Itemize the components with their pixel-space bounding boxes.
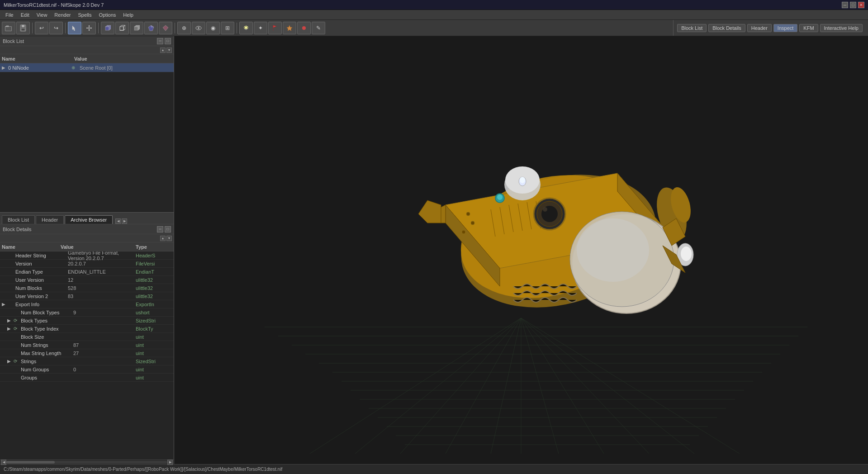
menu-view[interactable]: View [33, 11, 51, 19]
col-name-header: Name [2, 56, 74, 62]
menu-options[interactable]: Options [95, 11, 119, 19]
pin-button[interactable]: ✦ [254, 22, 267, 34]
tab-archive-browser[interactable]: Archive Browser [65, 215, 113, 224]
detail-row-type: ulittle32 [136, 277, 172, 283]
table-row: Header String Gamebryo File Format, Vers… [0, 251, 174, 260]
block-value: Scene Root [0] [80, 65, 172, 71]
block-list-maximize-button[interactable]: □ [165, 38, 171, 44]
svg-point-6 [88, 27, 90, 29]
tabs-bar: Block List Header Archive Browser ◀ ▶ [0, 213, 174, 224]
scroll-up-button[interactable]: ▲ [160, 47, 166, 53]
detail-row-name: Max String Length [21, 351, 73, 356]
detail-row-name: Num Strings [21, 342, 73, 348]
details-scroll-up-button[interactable]: ▲ [160, 236, 166, 241]
block-icon: ⊕ [71, 65, 80, 70]
obj-wire-button[interactable] [115, 22, 129, 34]
table-row[interactable]: ▶ ⟳ Block Types SizedStri [0, 317, 174, 325]
table-row[interactable]: ▶ 0 NiNode ⊕ Scene Root [0] [0, 63, 174, 72]
save-file-button[interactable] [16, 22, 30, 34]
h-scroll-thumb[interactable] [6, 461, 55, 464]
table-row[interactable]: ▶ Export Info ExportIn [0, 300, 174, 308]
table-row[interactable]: ▶ ⟳ Block Type Index BlockTy [0, 325, 174, 333]
expand-icon: ▶ [2, 359, 14, 364]
obj-solid-button[interactable] [130, 22, 143, 34]
detail-row-name: Strings [21, 359, 73, 364]
eye2-button[interactable]: ◉ [206, 22, 220, 34]
viewport[interactable]: Z X Y [174, 36, 868, 464]
detail-row-value: 0 [73, 367, 136, 372]
menu-file[interactable]: File [2, 11, 17, 19]
close-button[interactable]: ✕ [858, 2, 864, 8]
eye-button[interactable] [192, 22, 205, 34]
svg-point-79 [543, 207, 547, 212]
menu-render[interactable]: Render [51, 11, 74, 19]
expand-icon: ▶ [2, 318, 14, 323]
flag-button[interactable] [268, 22, 282, 34]
details-scroll-down-button[interactable]: ▼ [166, 236, 172, 241]
svg-marker-17 [287, 25, 292, 31]
detail-row-icon: ⟳ [14, 326, 21, 331]
move-mode-button[interactable] [82, 22, 96, 34]
tab-block-list[interactable]: Block List [2, 215, 35, 224]
tab-scroll-right[interactable]: ▶ [122, 218, 127, 224]
maximize-button[interactable]: □ [850, 2, 856, 8]
redo-button[interactable]: ↪ [49, 22, 63, 34]
minimize-button[interactable]: ─ [842, 2, 848, 8]
detail-row-name: Endian Type [15, 269, 68, 275]
dot-button[interactable] [297, 22, 311, 34]
nav-header[interactable]: Header [747, 24, 772, 32]
separator-2 [65, 23, 66, 33]
menu-edit[interactable]: Edit [17, 11, 33, 19]
crosshair-button[interactable]: ⊕ [177, 22, 191, 34]
nav-inspect[interactable]: Inspect [773, 24, 797, 32]
detail-row-type: SizedStri [136, 318, 172, 323]
detail-row-type: ushort [136, 310, 172, 315]
scroll-down-button[interactable]: ▼ [166, 47, 172, 53]
table-row[interactable]: ▶ ⟳ Strings SizedStri [0, 357, 174, 365]
obj-cube-button[interactable] [101, 22, 114, 34]
star-button[interactable] [283, 22, 296, 34]
tab-scroll-left[interactable]: ◀ [115, 218, 121, 224]
select-mode-button[interactable] [68, 22, 81, 34]
horizontal-scrollbar[interactable]: ◀ ▶ [0, 460, 174, 464]
detail-row-name: User Version 2 [15, 294, 68, 299]
svg-point-88 [462, 230, 465, 234]
block-details-maximize-button[interactable]: □ [165, 226, 171, 232]
detail-row-type: BlockTy [136, 326, 172, 332]
h-scroll-left-button[interactable]: ◀ [1, 460, 6, 465]
svg-marker-11 [151, 25, 154, 27]
cam-button[interactable]: ⊞ [221, 22, 234, 34]
tab-header[interactable]: Header [36, 215, 64, 224]
svg-point-15 [245, 26, 247, 29]
obj-diamond-button[interactable] [159, 22, 172, 34]
h-scroll-right-button[interactable]: ▶ [167, 460, 173, 465]
svg-rect-7 [105, 27, 109, 30]
detail-row-icon: ⟳ [14, 359, 21, 364]
separator-3 [98, 23, 99, 33]
nav-interactive-help[interactable]: Interactive Help [820, 24, 863, 32]
table-row: Endian Type ENDIAN_LITTLE EndianT [0, 268, 174, 276]
detail-row-value: Gamebryo File Format, Version 20.2.0.7 [68, 250, 136, 261]
nav-block-list[interactable]: Block List [677, 24, 707, 32]
block-details-minimize-button[interactable]: ─ [157, 226, 163, 232]
h-scroll-track[interactable] [6, 461, 167, 464]
menu-spells[interactable]: Spells [74, 11, 95, 19]
block-list-minimize-button[interactable]: ─ [157, 38, 163, 44]
nav-kfm[interactable]: KFM [799, 24, 818, 32]
obj-gem-button[interactable] [144, 22, 158, 34]
undo-button[interactable]: ↩ [35, 22, 48, 34]
detail-row-value: 9 [73, 310, 136, 315]
table-row: User Version 12 ulittle32 [0, 276, 174, 284]
table-row: Groups uint [0, 374, 174, 382]
svg-rect-16 [245, 29, 247, 30]
svg-rect-5 [21, 28, 25, 31]
statusbar: C:/Steam/steamapps/common/Skyrim/Data/me… [0, 464, 868, 474]
menu-help[interactable]: Help [119, 11, 137, 19]
nav-block-details[interactable]: Block Details [708, 24, 745, 32]
edit-button[interactable]: ✎ [312, 22, 325, 34]
table-row: Version 20.2.0.7 FileVersi [0, 260, 174, 268]
light-button[interactable] [239, 22, 253, 34]
open-file-button[interactable] [2, 22, 15, 34]
detail-row-value: 20.2.0.7 [68, 261, 136, 266]
detail-row-value: ENDIAN_LITTLE [68, 269, 136, 275]
